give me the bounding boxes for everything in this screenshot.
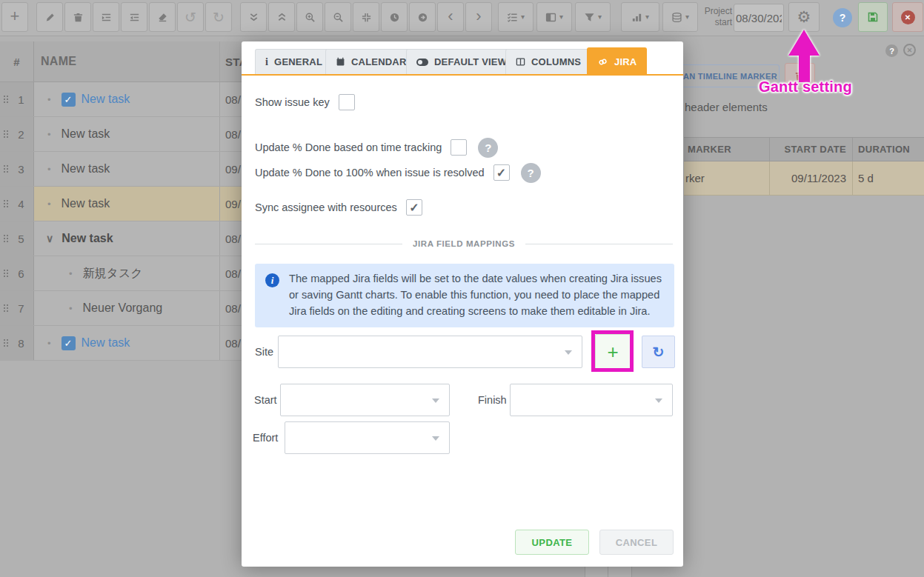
- task-row[interactable]: 6 •新規タスク 08/: [0, 256, 242, 291]
- option-update-done-time-tracking: Update % Done based on time tracking ?: [255, 137, 498, 158]
- chevron-down-icon[interactable]: ∨: [46, 233, 53, 244]
- task-row[interactable]: 1 •✓New task 08/: [0, 82, 242, 117]
- task-row[interactable]: 3 •New task 09/: [0, 152, 242, 187]
- refresh-sites-button[interactable]: ↻: [642, 336, 675, 368]
- marker-duration: 5 d: [858, 161, 874, 195]
- arrow-head: [788, 30, 820, 56]
- task-row[interactable]: 7 •Neuer Vorgang 08/: [0, 291, 242, 326]
- zoom-fit-button[interactable]: [353, 2, 379, 32]
- compress-icon: [361, 12, 372, 23]
- drag-handle-icon[interactable]: [4, 96, 9, 104]
- bullet-icon: •: [69, 303, 73, 314]
- undo-button[interactable]: ↺: [177, 2, 204, 32]
- row-number: 6: [9, 267, 33, 280]
- drag-handle-icon[interactable]: [4, 339, 9, 347]
- indent-button[interactable]: [93, 2, 119, 32]
- outdent-icon: [129, 12, 140, 23]
- zoom-out-button[interactable]: [325, 2, 351, 32]
- task-list-dropdown[interactable]: ▾: [498, 2, 534, 32]
- toggle-icon: [416, 59, 428, 66]
- task-start-date: 08/: [225, 326, 241, 360]
- tab-calendar[interactable]: CALENDAR: [325, 49, 417, 74]
- edit-task-button[interactable]: [36, 2, 63, 32]
- effort-field-select[interactable]: [285, 421, 450, 454]
- double-chevron-down-icon: [248, 12, 259, 23]
- task-start-date: 08/: [225, 221, 241, 256]
- close-gantt-button[interactable]: ✕: [892, 2, 923, 32]
- question-icon: ?: [840, 12, 846, 24]
- update-done-resolved-checkbox[interactable]: [493, 164, 510, 181]
- project-start-input[interactable]: [734, 4, 784, 32]
- collapse-all-button[interactable]: [240, 2, 267, 32]
- tab-general[interactable]: iGENERAL: [255, 49, 333, 74]
- update-button[interactable]: UPDATE: [515, 530, 589, 555]
- caret-down-icon: ▾: [685, 13, 689, 21]
- redo-button[interactable]: ↻: [205, 2, 232, 32]
- refresh-icon: ↻: [653, 344, 665, 361]
- duration-column-header: DURATION: [858, 138, 910, 161]
- row-number: 7: [9, 302, 33, 315]
- chevron-right-icon: ›: [476, 8, 481, 24]
- tab-columns[interactable]: COLUMNS: [505, 49, 591, 74]
- drag-handle-icon[interactable]: [4, 165, 9, 173]
- marker-column-header: MARKER: [688, 138, 731, 161]
- option-label: Update % Done based on time tracking: [255, 141, 442, 153]
- row-number: 4: [9, 198, 33, 210]
- annotation-highlight-rect: [591, 330, 634, 372]
- task-row[interactable]: 8 •✓New task 08/: [0, 326, 242, 361]
- start-label: Start: [254, 394, 277, 406]
- chevron-left-icon: ‹: [448, 8, 453, 24]
- cancel-button[interactable]: CANCEL: [599, 530, 674, 555]
- go-to-date-button[interactable]: [409, 2, 436, 32]
- tab-jira[interactable]: JIRA: [587, 47, 647, 76]
- show-issue-key-checkbox[interactable]: [339, 94, 355, 110]
- outdent-button[interactable]: [121, 2, 147, 32]
- task-name: New task: [62, 232, 113, 245]
- task-start-date: 08/: [225, 82, 241, 116]
- drag-handle-icon[interactable]: [4, 304, 9, 313]
- marker-row[interactable]: rker 09/11/2023 5 d: [684, 161, 924, 196]
- previous-button[interactable]: ‹: [437, 2, 464, 32]
- site-select[interactable]: [278, 336, 582, 368]
- bullet-icon: •: [47, 338, 51, 349]
- task-table: # NAME STA 1 •✓New task 08/ 2 •New task …: [0, 41, 242, 361]
- drag-handle-icon[interactable]: [4, 235, 9, 243]
- drag-handle-icon[interactable]: [4, 130, 9, 139]
- update-done-time-tracking-checkbox[interactable]: [451, 139, 467, 156]
- pencil-icon: [44, 12, 56, 23]
- drag-handle-icon[interactable]: [4, 200, 9, 208]
- tab-default-view[interactable]: DEFAULT VIEW: [406, 49, 517, 74]
- columns-dropdown[interactable]: ▾: [536, 2, 572, 32]
- start-field-select[interactable]: [280, 384, 450, 416]
- zoom-in-button[interactable]: [296, 2, 323, 32]
- help-button[interactable]: ?: [833, 8, 852, 27]
- link-icon: [597, 57, 608, 67]
- delete-task-button[interactable]: [64, 2, 91, 32]
- help-circle-icon[interactable]: ?: [521, 163, 541, 183]
- drag-handle-icon[interactable]: [4, 270, 9, 278]
- sync-assignee-checkbox[interactable]: [406, 199, 422, 216]
- gantt-settings-button[interactable]: ⚙: [788, 2, 820, 32]
- filter-dropdown[interactable]: ▾: [575, 2, 611, 32]
- finish-field-select[interactable]: [510, 384, 673, 416]
- task-checkbox[interactable]: ✓: [62, 93, 76, 107]
- save-button[interactable]: [858, 2, 888, 32]
- panel-help-icon[interactable]: ?: [885, 44, 898, 57]
- help-circle-icon[interactable]: ?: [478, 138, 498, 158]
- panel-close-icon[interactable]: ✕: [903, 44, 916, 56]
- clear-button[interactable]: [149, 2, 176, 32]
- task-row-selected[interactable]: 4 •New task 09/: [0, 187, 242, 221]
- gantt-settings-dialog: iGENERAL CALENDAR DEFAULT VIEW COLUMNS J…: [242, 41, 683, 567]
- toolbar: + ↺ ↻ ‹ › ▾ ▾ ▾ ▾ ▾ Project start ⚙ ? ✕: [0, 0, 924, 36]
- task-row[interactable]: 2 •New task 08/: [0, 117, 242, 152]
- expand-all-button[interactable]: [268, 2, 295, 32]
- task-table-header: # NAME STA: [0, 41, 242, 82]
- baseline-dropdown[interactable]: ▾: [662, 2, 698, 32]
- sort-dropdown[interactable]: ▾: [621, 2, 659, 32]
- redo-icon: ↻: [213, 10, 225, 24]
- task-row-parent[interactable]: 5 ∨New task 08/: [0, 221, 242, 256]
- task-checkbox[interactable]: ✓: [62, 336, 76, 350]
- scroll-to-today-button[interactable]: [381, 2, 408, 32]
- next-button[interactable]: ›: [465, 2, 492, 32]
- add-task-button[interactable]: +: [1, 2, 28, 32]
